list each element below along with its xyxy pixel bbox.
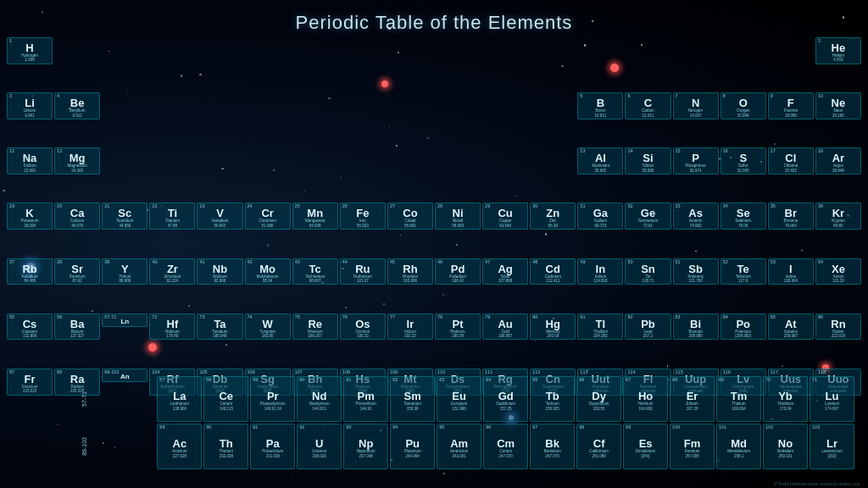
element-md[interactable]: 101 Md Mendelevium 258.1 xyxy=(716,424,761,469)
element-au[interactable]: 79 Au Gold 196.967 xyxy=(482,313,528,341)
element-rh[interactable]: 45 Rh Rhodium 102.906 xyxy=(387,258,433,286)
element-fe[interactable]: 26 Fe Iron 55.933 xyxy=(340,202,386,230)
element-sr[interactable]: 38 Sr Strontium 87.62 xyxy=(54,258,100,286)
element-li[interactable]: 3 Li Lithium 6.941 xyxy=(7,92,53,119)
element-cu[interactable]: 29 Cu Copper 63.546 xyxy=(482,202,528,230)
element-v[interactable]: 23 V Vanadium 50.942 xyxy=(197,202,242,230)
element-s[interactable]: 16 S Sulfur 32.065 xyxy=(721,147,766,175)
element-tm[interactable]: 69 Tm Thulium 168.934 xyxy=(716,376,761,422)
element-lr[interactable]: 103 Lr Lawrencium [262] xyxy=(810,424,854,469)
element-cs[interactable]: 55 Cs Caesium 132.905 xyxy=(7,313,53,341)
element-ho[interactable]: 67 Ho Holmium 164.930 xyxy=(623,376,668,422)
element-h[interactable]: 1 H Hydrogen 1.008 xyxy=(7,37,53,64)
element-th[interactable]: 90 Th Thorium 232.038 xyxy=(203,424,248,469)
element-n[interactable]: 7 N Nitrogen 14.007 xyxy=(673,92,719,119)
element-at[interactable]: 85 At Astatine 209.987 xyxy=(768,313,814,341)
element-he[interactable]: 2 He Helium 4.003 xyxy=(815,37,861,64)
element-bi[interactable]: 83 Bi Bismuth 208.980 xyxy=(673,313,719,341)
element-c[interactable]: 6 C Carbon 12.011 xyxy=(625,92,670,119)
element-yb[interactable]: 70 Yb Ytterbium 173.04 xyxy=(763,376,808,422)
element-be[interactable]: 4 Be Beryllium 9.012 xyxy=(54,92,100,119)
element-cd[interactable]: 48 Cd Cadmium 112.411 xyxy=(530,258,576,286)
element-lu[interactable]: 71 Lu Lutetium 174.967 xyxy=(810,376,854,422)
element-f[interactable]: 9 F Fluorine 18.998 xyxy=(768,92,814,119)
element-br[interactable]: 35 Br Bromine 79.904 xyxy=(768,202,814,230)
element-cm[interactable]: 96 Cm Curium 247.070 xyxy=(483,424,528,469)
element-ne[interactable]: 10 Ne Neon 20.180 xyxy=(815,92,861,119)
element-b[interactable]: 5 B Boron 10.811 xyxy=(577,92,623,119)
element-xe[interactable]: 54 Xe Xenon 131.29 xyxy=(815,258,861,286)
element-ac[interactable]: 89 Ac Actinium 227.028 xyxy=(157,424,202,469)
element-kr[interactable]: 36 Kr Krypton 84.80 xyxy=(815,202,861,230)
element-rn[interactable]: 86 Rn Radon 222.018 xyxy=(815,313,861,341)
element-ge[interactable]: 32 Ge Germanium 72.61 xyxy=(625,202,670,230)
element-ru[interactable]: 44 Ru Ruthenium 101.07 xyxy=(340,258,386,286)
element-mg[interactable]: 12 Mg Magnesium 24.305 xyxy=(54,147,100,175)
element-ce[interactable]: 58 Ce Cerium 140.115 xyxy=(203,376,248,422)
element-dy[interactable]: 66 Dy Dysprosium 162.50 xyxy=(576,376,621,422)
element-hf[interactable]: 72 Hf Hafnium 178.49 xyxy=(149,313,195,341)
element-pu[interactable]: 94 Pu Plutonium 244.064 xyxy=(390,424,435,469)
element-na[interactable]: 11 Na Sodium 22.990 xyxy=(7,147,53,175)
element-pt[interactable]: 78 Pt Platinum 195.08 xyxy=(435,313,481,341)
element-gd[interactable]: 64 Gd Gadolinium 157.25 xyxy=(483,376,528,422)
element-ti[interactable]: 22 Ti Titanium 47.88 xyxy=(149,202,195,230)
element-zn[interactable]: 30 Zn Zinc 65.39 xyxy=(530,202,576,230)
element-pr[interactable]: 59 Pr Praseodymium 140.91 24 xyxy=(250,376,295,422)
element-zr[interactable]: 40 Zr Zirconium 91.224 xyxy=(149,258,195,286)
element-bk[interactable]: 97 Bk Berkelium 247.070 xyxy=(530,424,575,469)
element-la[interactable]: 57 La Lanthanum 138.906 xyxy=(157,376,202,422)
element-sc[interactable]: 21 Sc Scandium 44.956 xyxy=(102,202,147,230)
element-mn[interactable]: 25 Mn Manganese 54.938 xyxy=(292,202,338,230)
element-hg[interactable]: 80 Hg Mercury 200.59 xyxy=(530,313,576,341)
element-tl[interactable]: 81 Tl Thallium 204.383 xyxy=(577,313,623,341)
element-p[interactable]: 15 P Phosphorus 30.974 xyxy=(673,147,719,175)
element-si[interactable]: 14 Si Silicon 28.086 xyxy=(625,147,670,175)
element-tc[interactable]: 43 Tc Technetium 98.907 xyxy=(292,258,338,286)
element-se[interactable]: 34 Se Selenium 78.09 xyxy=(721,202,766,230)
element-am[interactable]: 95 Am Americium 243.061 xyxy=(437,424,481,469)
element-sn[interactable]: 50 Sn Tin 118.71 xyxy=(625,258,670,286)
element-o[interactable]: 8 O Oxygen 15.999 xyxy=(721,92,766,119)
element-cf[interactable]: 98 Cf Californium 251.080 xyxy=(576,424,621,469)
element-ca[interactable]: 20 Ca Calcium 40.078 xyxy=(54,202,100,230)
element-mo[interactable]: 42 Mo Molybdenum 95.94 xyxy=(245,258,291,286)
element-ta[interactable]: 73 Ta Tantalum 180.948 xyxy=(197,313,242,341)
element-re[interactable]: 75 Re Rhenium 186.207 xyxy=(292,313,338,341)
element-tb[interactable]: 65 Tb Terbium 158.925 xyxy=(530,376,575,422)
element-sb[interactable]: 51 Sb Antimony 121.760 xyxy=(673,258,719,286)
element-ar[interactable]: 18 Ar Argon 39.948 xyxy=(815,147,861,175)
element-os[interactable]: 76 Os Osmium 190.23 xyxy=(340,313,386,341)
element-w[interactable]: 74 W Tungsten 183.85 xyxy=(245,313,291,341)
element-y[interactable]: 39 Y Yttrium 88.906 xyxy=(102,258,147,286)
element-nd[interactable]: 60 Nd Neodymium 144.913 xyxy=(297,376,342,422)
element-i[interactable]: 53 I Iodine 126.904 xyxy=(768,258,814,286)
element-te[interactable]: 52 Te Tellurium 127.6 xyxy=(721,258,766,286)
element-co[interactable]: 27 Co Cobalt 58.693 xyxy=(387,202,433,230)
element-rb[interactable]: 37 Rb Rubidium 84.468 xyxy=(7,258,53,286)
element-cl[interactable]: 17 Cl Chlorine 35.453 xyxy=(768,147,814,175)
element-al[interactable]: 13 Al Aluminium 26.982 xyxy=(577,147,623,175)
element-fm[interactable]: 100 Fm Fermium 257.095 xyxy=(670,424,715,469)
element-pa[interactable]: 91 Pa Protactinium 231.036 xyxy=(250,424,295,469)
element-sm[interactable]: 62 Sm Samarium 150.36 xyxy=(390,376,435,422)
element-ni[interactable]: 28 Ni Nickel 58.693 xyxy=(435,202,481,230)
element-np[interactable]: 93 Np Neptunium 237.048 xyxy=(343,424,388,469)
element-cr[interactable]: 24 Cr Chromium 51.996 xyxy=(245,202,291,230)
element-ir[interactable]: 77 Ir Iridium 192.22 xyxy=(387,313,433,341)
element-as[interactable]: 33 As Arsenic 74.992 xyxy=(673,202,719,230)
element-pm[interactable]: 61 Pm Promethium 144.91 xyxy=(343,376,388,422)
element-pb[interactable]: 82 Pb Lead 207.2 xyxy=(625,313,670,341)
element-pd[interactable]: 46 Pd Palladium 106.42 xyxy=(435,258,481,286)
element-es[interactable]: 99 Es Einsteinium [254] xyxy=(623,424,668,469)
element-po[interactable]: 84 Po Polonium (208.982) xyxy=(721,313,766,341)
element-ga[interactable]: 31 Ga Gallium 69.723 xyxy=(577,202,623,230)
element-er[interactable]: 68 Er Erbium 167.26 xyxy=(670,376,715,422)
element-nb[interactable]: 41 Nb Niobium 92.906 xyxy=(197,258,242,286)
element-eu[interactable]: 63 Eu Europium 151.966 xyxy=(437,376,481,422)
element-k[interactable]: 19 K Potassium 39.098 xyxy=(7,202,53,230)
element-ba[interactable]: 56 Ba Barium 137.327 xyxy=(54,313,100,341)
element-no[interactable]: 102 No Nobelium 259.101 xyxy=(763,424,808,469)
element-in[interactable]: 49 In Indium 114.818 xyxy=(577,258,623,286)
element-u[interactable]: 92 U Uranium 238.029 xyxy=(297,424,342,469)
